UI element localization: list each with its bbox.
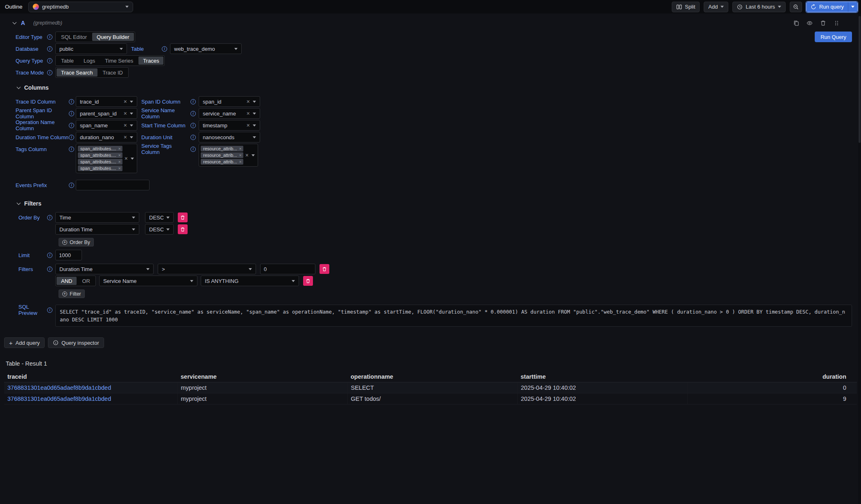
query-type-table[interactable]: Table [57, 57, 78, 65]
info-icon[interactable] [47, 253, 52, 258]
events-prefix-input[interactable] [76, 180, 150, 190]
start-time-column-select[interactable]: timestamp [199, 120, 260, 131]
query-type-logs[interactable]: Logs [79, 57, 100, 65]
remove-tag-icon[interactable] [239, 147, 242, 151]
remove-tag-icon[interactable] [118, 153, 120, 158]
filter-remove-button-2[interactable] [303, 276, 313, 286]
info-icon[interactable] [47, 46, 52, 52]
column-header-starttime[interactable]: starttime [517, 372, 687, 382]
info-icon[interactable] [162, 46, 167, 52]
filters-section-header[interactable]: Filters [17, 200, 852, 207]
duration-time-column-select[interactable]: duration_nano [76, 132, 137, 142]
tags-column-multiselect[interactable]: span_attributes.... span_attributes.... … [76, 144, 137, 173]
filter-remove-button-1[interactable] [319, 264, 329, 274]
info-icon[interactable] [47, 34, 52, 40]
query-type-time-series[interactable]: Time Series [100, 57, 138, 65]
columns-section-header[interactable]: Columns [17, 84, 852, 91]
remove-tag-icon[interactable] [239, 160, 242, 164]
scrollbar[interactable] [858, 14, 861, 504]
info-icon[interactable] [190, 111, 196, 116]
order-by-direction-select-1[interactable]: DESC [145, 212, 174, 223]
split-button[interactable]: Split [672, 2, 700, 12]
service-tag-chip[interactable]: resource_attrib... [201, 146, 243, 151]
info-icon[interactable] [190, 147, 196, 152]
trace-id-column-select[interactable]: trace_id [76, 96, 137, 107]
filter-value-input[interactable] [260, 264, 315, 274]
editor-type-query-builder[interactable]: Query Builder [92, 33, 134, 41]
run-query-button[interactable]: Run query [807, 2, 848, 12]
query-type-traces[interactable]: Traces [138, 57, 163, 65]
remove-tag-icon[interactable] [118, 160, 120, 164]
info-icon[interactable] [47, 267, 52, 272]
info-icon[interactable] [69, 99, 74, 104]
info-icon[interactable] [190, 123, 196, 128]
database-select[interactable]: public [55, 43, 127, 54]
table-select[interactable]: web_trace_demo [170, 43, 242, 54]
remove-tag-icon[interactable] [239, 153, 242, 158]
clear-all-icon[interactable] [245, 152, 249, 158]
clear-all-icon[interactable] [125, 156, 128, 161]
collapse-chevron-icon[interactable] [13, 20, 17, 24]
info-icon[interactable] [47, 307, 52, 313]
filter-field-select[interactable]: Duration Time [55, 264, 154, 274]
info-icon[interactable] [190, 99, 196, 104]
clear-icon[interactable] [124, 99, 127, 104]
order-by-remove-button-1[interactable] [178, 212, 188, 222]
info-icon[interactable] [69, 147, 74, 152]
run-query-editor-button[interactable]: Run Query [815, 32, 852, 42]
trace-mode-trace-id[interactable]: Trace ID [98, 68, 127, 77]
span-id-column-select[interactable]: span_id [199, 96, 260, 107]
info-icon[interactable] [47, 70, 52, 75]
service-tags-column-multiselect[interactable]: resource_attrib... resource_attrib... re… [199, 144, 258, 167]
query-inspector-button[interactable]: Query inspector [48, 337, 104, 348]
datasource-picker[interactable]: greptimedb [28, 2, 133, 12]
tag-chip[interactable]: span_attributes.... [78, 152, 122, 158]
info-icon[interactable] [47, 58, 52, 63]
scrollbar-thumb[interactable] [859, 16, 861, 143]
add-dropdown[interactable]: Add [704, 2, 728, 12]
service-name-column-select[interactable]: service_name [199, 108, 260, 119]
trace-id-link[interactable]: 3768831301ea0d65adaef8b9da1cbded [7, 396, 111, 402]
zoom-out-button[interactable] [790, 2, 802, 12]
clear-icon[interactable] [124, 122, 127, 128]
trace-mode-trace-search[interactable]: Trace Search [57, 68, 97, 77]
info-icon[interactable] [69, 123, 74, 128]
remove-tag-icon[interactable] [118, 166, 120, 171]
service-name-filter-select[interactable]: Service Name [99, 276, 197, 286]
order-by-field-select-1[interactable]: Time [55, 212, 139, 223]
column-header-servicename[interactable]: servicename [177, 372, 347, 382]
editor-type-sql-editor[interactable]: SQL Editor [57, 33, 91, 41]
clear-icon[interactable] [247, 111, 250, 116]
order-by-remove-button-2[interactable] [178, 224, 188, 234]
trace-id-link[interactable]: 3768831301ea0d65adaef8b9da1cbded [7, 384, 111, 391]
operation-name-column-select[interactable]: span_name [76, 120, 137, 131]
column-header-duration[interactable]: duration [687, 372, 857, 382]
tag-chip[interactable]: span_attributes.... [78, 165, 122, 171]
service-tag-chip[interactable]: resource_attrib... [201, 159, 243, 165]
hide-query-eye-icon[interactable] [807, 20, 813, 26]
clear-icon[interactable] [124, 111, 127, 116]
column-header-traceid[interactable]: traceid [4, 372, 177, 382]
clear-icon[interactable] [247, 99, 250, 104]
info-icon[interactable] [69, 183, 74, 188]
remove-query-trash-icon[interactable] [820, 20, 826, 26]
add-query-button[interactable]: Add query [4, 337, 45, 348]
info-icon[interactable] [69, 135, 74, 140]
order-by-direction-select-2[interactable]: DESC [145, 224, 174, 235]
tag-chip[interactable]: span_attributes.... [78, 159, 122, 165]
limit-input[interactable] [55, 250, 82, 260]
service-tag-chip[interactable]: resource_attrib... [201, 152, 243, 158]
query-ref-id[interactable]: A [21, 20, 25, 26]
clear-icon[interactable] [247, 122, 250, 128]
tag-chip[interactable]: span_attributes.... [78, 146, 122, 151]
remove-tag-icon[interactable] [118, 147, 120, 151]
outline-toggle[interactable]: Outline [3, 4, 24, 10]
is-anything-operator-select[interactable]: IS ANYTHING [201, 276, 299, 286]
add-order-by-button[interactable]: Order By [59, 238, 94, 246]
run-query-options-button[interactable] [848, 2, 857, 12]
time-range-picker[interactable]: Last 6 hours [732, 2, 786, 12]
drag-handle-icon[interactable] [834, 20, 840, 26]
column-header-operationname[interactable]: operationname [347, 372, 517, 382]
duplicate-query-icon[interactable] [793, 20, 799, 26]
filter-operator-select[interactable]: > [158, 264, 256, 274]
